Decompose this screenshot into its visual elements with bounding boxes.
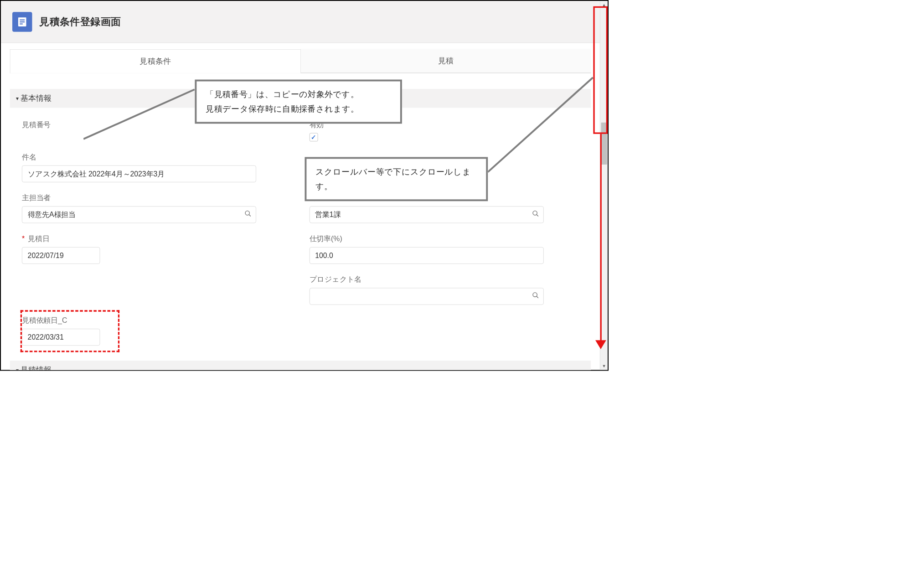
svg-point-8 <box>533 293 537 297</box>
value-rate: 100.0 <box>315 251 333 259</box>
label-subject: 件名 <box>22 152 291 162</box>
svg-point-4 <box>245 211 249 215</box>
scroll-down-arrow[interactable]: ▼ <box>600 362 608 370</box>
svg-rect-2 <box>20 21 25 22</box>
scroll-arrow-shaft <box>600 134 602 341</box>
input-quote-date[interactable]: 2022/07/19 <box>22 247 100 264</box>
required-mark: * <box>22 234 25 243</box>
callout-quote-number: 「見積番号」は、コピーの対象外です。 見積データ保存時に自動採番されます。 <box>195 80 402 124</box>
field-owner: 主担当者 得意先A様担当 <box>22 193 291 223</box>
input-department[interactable]: 営業1課 <box>310 206 544 223</box>
search-icon[interactable] <box>532 210 539 219</box>
callout-scroll-text: スクロールバー等で下にスクロールします。 <box>315 165 477 194</box>
callout-line1: 「見積番号」は、コピーの対象外です。 <box>206 88 391 102</box>
callout2-pointer <box>488 76 602 175</box>
svg-line-5 <box>249 215 251 217</box>
screenshot-frame: 見積条件登録画面 見積条件 見積 ▾ 基本情報 見積番号 有効 ✓ <box>0 0 609 371</box>
scroll-arrow-head <box>595 340 606 349</box>
spacer-l5 <box>22 275 291 305</box>
field-project: プロジェクト名 <box>310 275 579 305</box>
value-quote-date: 2022/07/19 <box>28 251 64 259</box>
label-quote-date: * 見積日 <box>22 234 291 243</box>
label-owner: 主担当者 <box>22 193 291 202</box>
page-header: 見積条件登録画面 <box>1 1 600 43</box>
section-basic-info-title: 基本情報 <box>21 93 52 103</box>
caret-down-icon: ▾ <box>16 95 19 101</box>
search-icon[interactable] <box>244 210 252 219</box>
svg-rect-1 <box>20 19 25 20</box>
tab-bar: 見積条件 見積 <box>10 49 591 73</box>
page-title: 見積条件登録画面 <box>39 15 121 29</box>
callout-line2: 見積データ保存時に自動採番されます。 <box>206 102 391 116</box>
value-owner: 得意先A様担当 <box>28 210 76 219</box>
svg-line-11 <box>488 77 593 172</box>
highlight-scrollbar <box>593 6 608 134</box>
label-project: プロジェクト名 <box>310 275 579 284</box>
value-subject: ソアスク株式会社 2022年4月～2023年3月 <box>28 169 165 179</box>
callout-scroll: スクロールバー等で下にスクロールします。 <box>305 157 488 201</box>
app-icon <box>12 12 32 31</box>
field-rate: 仕切率(%) 100.0 <box>310 234 579 264</box>
search-icon[interactable] <box>532 292 539 301</box>
callout1-pointer <box>83 88 197 140</box>
input-rate[interactable]: 100.0 <box>310 247 544 264</box>
svg-rect-3 <box>20 23 23 24</box>
svg-line-9 <box>537 296 538 298</box>
svg-line-10 <box>83 89 195 139</box>
input-subject[interactable]: ソアスク株式会社 2022年4月～2023年3月 <box>22 165 256 182</box>
section-quote-info[interactable]: ▾ 見積情報 <box>10 361 591 371</box>
input-project[interactable] <box>310 288 544 305</box>
svg-line-7 <box>537 215 538 217</box>
document-icon <box>16 16 28 28</box>
svg-point-6 <box>533 211 537 215</box>
field-subject: 件名 ソアスク株式会社 2022年4月～2023年3月 <box>22 152 291 182</box>
input-owner[interactable]: 得意先A様担当 <box>22 206 256 223</box>
caret-down-icon: ▾ <box>16 367 19 371</box>
label-rate: 仕切率(%) <box>310 234 579 243</box>
tab-quote[interactable]: 見積 <box>301 49 591 73</box>
field-quote-date: * 見積日 2022/07/19 <box>22 234 291 264</box>
value-department: 営業1課 <box>315 210 341 219</box>
section-quote-info-title: 見積情報 <box>21 365 52 371</box>
tab-quote-condition[interactable]: 見積条件 <box>10 49 301 73</box>
highlight-request-date-c <box>21 310 119 352</box>
checkbox-valid[interactable]: ✓ <box>310 133 318 141</box>
